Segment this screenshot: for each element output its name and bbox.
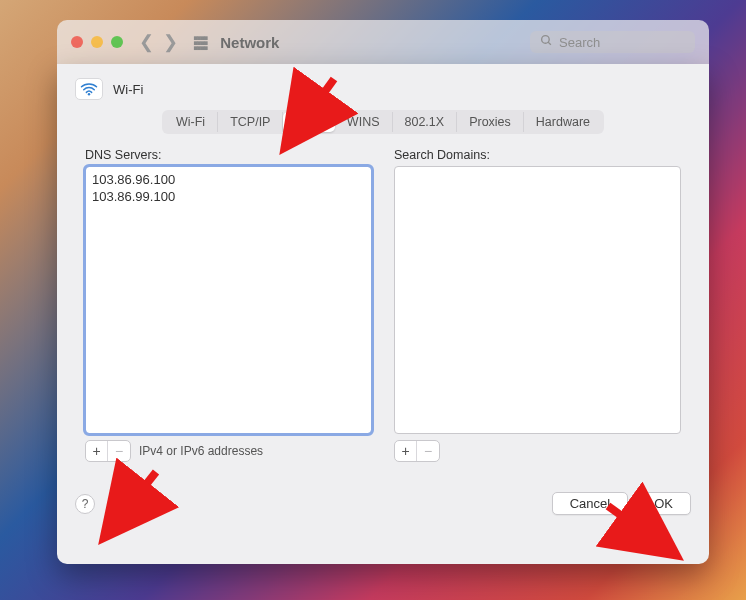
tab-wins[interactable]: WINS [335, 112, 393, 132]
search-icon [540, 34, 553, 50]
dns-servers-list[interactable]: 103.86.96.100103.86.99.100 [85, 166, 372, 434]
dns-hint: IPv4 or IPv6 addresses [139, 444, 263, 458]
tab-proxies[interactable]: Proxies [457, 112, 524, 132]
back-button[interactable]: ❮ [137, 31, 155, 53]
search-domains-list[interactable] [394, 166, 681, 434]
nav-buttons: ❮ ❯ [137, 31, 179, 53]
search-field[interactable]: Search [530, 31, 695, 53]
window-toolbar: ❮ ❯ ▪▪▪▪▪▪▪▪▪▪▪▪ Network Search [57, 20, 709, 64]
help-button[interactable]: ? [75, 494, 95, 514]
tab-wi-fi[interactable]: Wi-Fi [164, 112, 218, 132]
tab-bar: Wi-FiTCP/IPDNSWINS802.1XProxiesHardware [75, 110, 691, 134]
dns-server-row[interactable]: 103.86.99.100 [92, 188, 365, 205]
search-placeholder: Search [559, 35, 600, 50]
search-domains-label: Search Domains: [394, 148, 681, 162]
window-title: Network [220, 34, 279, 51]
close-window-button[interactable] [71, 36, 83, 48]
svg-line-1 [548, 42, 551, 45]
domains-add-button[interactable]: + [395, 441, 417, 461]
dns-server-row[interactable]: 103.86.96.100 [92, 171, 365, 188]
svg-point-2 [88, 93, 90, 95]
tab-dns[interactable]: DNS [283, 112, 334, 132]
tab-hardware[interactable]: Hardware [524, 112, 602, 132]
svg-point-0 [542, 36, 550, 44]
forward-button[interactable]: ❯ [161, 31, 179, 53]
sheet-header: Wi-Fi [75, 78, 691, 100]
tab-tcp-ip[interactable]: TCP/IP [218, 112, 283, 132]
wifi-icon [75, 78, 103, 100]
dns-remove-button[interactable]: − [108, 441, 130, 461]
domains-add-remove: + − [394, 440, 440, 462]
window-controls [71, 36, 123, 48]
interface-name: Wi-Fi [113, 82, 143, 97]
show-all-icon[interactable]: ▪▪▪▪▪▪▪▪▪▪▪▪ [193, 35, 206, 50]
domains-remove-button[interactable]: − [417, 441, 439, 461]
tab-802-1x[interactable]: 802.1X [393, 112, 458, 132]
minimize-window-button[interactable] [91, 36, 103, 48]
dns-add-button[interactable]: + [86, 441, 108, 461]
dns-servers-label: DNS Servers: [85, 148, 372, 162]
ok-button[interactable]: OK [636, 492, 691, 515]
dns-add-remove: + − [85, 440, 131, 462]
settings-sheet: Wi-Fi Wi-FiTCP/IPDNSWINS802.1XProxiesHar… [57, 64, 709, 564]
zoom-window-button[interactable] [111, 36, 123, 48]
cancel-button[interactable]: Cancel [552, 492, 628, 515]
